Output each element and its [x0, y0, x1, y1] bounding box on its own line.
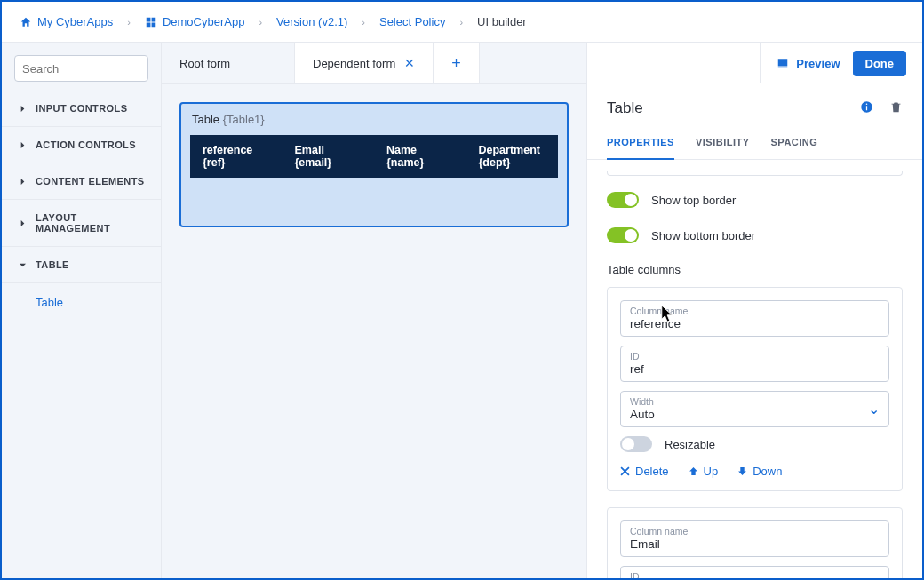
- breadcrumb-item-policy[interactable]: Select Policy: [378, 12, 447, 32]
- sidebar-group-input-controls[interactable]: INPUT CONTROLS: [2, 91, 161, 127]
- plus-icon: +: [451, 54, 461, 73]
- home-icon: [20, 16, 32, 28]
- chevron-right-icon: [19, 178, 27, 186]
- chevron-right-icon: [19, 219, 27, 227]
- ptab-properties[interactable]: PROPERTIES: [607, 128, 674, 160]
- preview-icon: [777, 57, 789, 69]
- column-card: Column name Email ID email: [607, 507, 903, 578]
- preview-button[interactable]: Preview: [777, 57, 840, 70]
- toggle-label: Resizable: [665, 438, 715, 451]
- tab-root-form[interactable]: Root form: [162, 43, 295, 83]
- chevron-right-icon: [19, 141, 27, 149]
- tab-dependent-form[interactable]: Dependent form ✕: [295, 43, 434, 83]
- column-up-button[interactable]: Up: [689, 465, 719, 478]
- apps-icon: [145, 16, 157, 28]
- toggle-label: Show top border: [651, 194, 736, 207]
- arrow-down-icon: [737, 466, 747, 476]
- table-header-row: reference {ref} Email {email} Name {name…: [190, 135, 558, 178]
- canvas[interactable]: Table {Table1} reference {ref} Email {em…: [162, 83, 586, 578]
- toggle-switch[interactable]: [620, 436, 652, 452]
- breadcrumb-item-home[interactable]: My CyberApps: [18, 12, 115, 32]
- toggle-switch[interactable]: [607, 227, 639, 243]
- canvas-column: Root form Dependent form ✕ + Table {Tabl…: [162, 43, 586, 578]
- search-field[interactable]: [22, 62, 171, 75]
- column-name-field[interactable]: Column name Email: [620, 520, 889, 557]
- done-button[interactable]: Done: [853, 51, 907, 76]
- scrolled-field-edge: [607, 171, 903, 176]
- table-widget[interactable]: Table {Table1} reference {ref} Email {em…: [179, 102, 569, 227]
- sidebar-group-action-controls[interactable]: ACTION CONTROLS: [2, 127, 161, 163]
- breadcrumb-item-current: UI builder: [475, 12, 529, 32]
- column-width-select[interactable]: Width Auto ⌄: [620, 391, 889, 427]
- properties-tabs: PROPERTIES VISIBILITY SPACING: [587, 128, 922, 160]
- section-table-columns: Table columns: [607, 263, 903, 276]
- column-card: Column name reference ID ref Width Auto …: [607, 287, 903, 491]
- table-body-placeholder: [190, 178, 558, 217]
- arrow-up-icon: [689, 466, 698, 476]
- search-input[interactable]: [14, 55, 148, 82]
- panel-title: Table: [607, 99, 643, 117]
- breadcrumb-item-version[interactable]: Version (v2.1): [275, 12, 349, 32]
- table-col-department[interactable]: Department {dept}: [466, 135, 559, 178]
- toggle-show-bottom-border[interactable]: Show bottom border: [607, 227, 903, 243]
- widget-header: Table {Table1}: [181, 104, 567, 135]
- sidebar-item-table[interactable]: Table: [2, 283, 161, 322]
- toggle-label: Show bottom border: [651, 229, 755, 242]
- column-delete-button[interactable]: Delete: [620, 465, 669, 478]
- properties-panel: Preview Done Table PROPERTIES VISIBILITY…: [586, 43, 922, 578]
- chevron-down-icon: ⌄: [868, 401, 880, 417]
- delete-icon[interactable]: [889, 100, 903, 117]
- table-col-email[interactable]: Email {email}: [283, 135, 375, 178]
- sidebar-group-layout-management[interactable]: LAYOUT MANAGEMENT: [2, 200, 161, 247]
- table-col-reference[interactable]: reference {ref}: [190, 135, 283, 178]
- sidebar: INPUT CONTROLS ACTION CONTROLS CONTENT E…: [2, 43, 162, 578]
- toggle-resizable[interactable]: Resizable: [620, 436, 889, 452]
- breadcrumb-bar: My CyberApps › DemoCyberApp › Version (v…: [2, 2, 922, 43]
- chevron-right-icon: ›: [459, 17, 463, 28]
- info-icon[interactable]: [860, 100, 873, 117]
- chevron-right-icon: ›: [127, 17, 131, 28]
- chevron-right-icon: ›: [259, 17, 262, 28]
- close-icon: [620, 466, 630, 476]
- ptab-visibility[interactable]: VISIBILITY: [696, 128, 750, 159]
- column-id-field[interactable]: ID ref: [620, 346, 889, 382]
- chevron-down-icon: [19, 261, 27, 269]
- column-down-button[interactable]: Down: [737, 465, 782, 478]
- ptab-spacing[interactable]: SPACING: [771, 128, 818, 159]
- column-name-field[interactable]: Column name reference: [620, 300, 889, 337]
- add-tab-button[interactable]: +: [434, 43, 480, 83]
- chevron-right-icon: ›: [362, 17, 365, 28]
- sidebar-group-content-elements[interactable]: CONTENT ELEMENTS: [2, 163, 161, 200]
- chevron-right-icon: [19, 105, 27, 113]
- toggle-switch[interactable]: [607, 192, 639, 208]
- close-tab-icon[interactable]: ✕: [404, 56, 415, 70]
- column-id-field[interactable]: ID email: [620, 566, 889, 578]
- table-col-name[interactable]: Name {name}: [374, 135, 466, 178]
- toggle-show-top-border[interactable]: Show top border: [607, 192, 903, 208]
- sidebar-group-table[interactable]: TABLE: [2, 247, 161, 283]
- breadcrumb-item-app[interactable]: DemoCyberApp: [143, 12, 247, 32]
